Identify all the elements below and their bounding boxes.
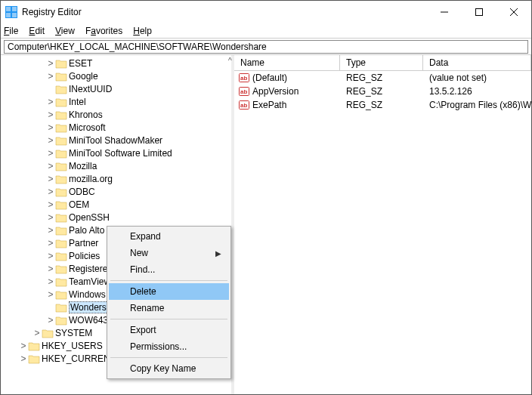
folder-icon (55, 238, 67, 248)
tree-toggle-icon[interactable]: > (46, 238, 55, 248)
svg-rect-5 (476, 9, 483, 16)
tree-item-label: Partner (69, 238, 98, 248)
tree-item[interactable]: >Google (1, 69, 231, 82)
tree-item[interactable]: >mozilla.org (1, 172, 231, 185)
folder-icon (55, 302, 67, 313)
tree-toggle-icon[interactable]: > (46, 251, 55, 261)
value-row[interactable]: abExePathREG_SZC:\Program Files (x86)\Wo… (234, 98, 531, 112)
value-row[interactable]: abAppVersionREG_SZ13.5.2.126 (234, 85, 531, 98)
tree-item[interactable]: >OEM (1, 198, 231, 211)
tree-item[interactable]: >ODBC (1, 185, 231, 198)
context-menu-export[interactable]: Export (109, 322, 229, 338)
chevron-right-icon: ▶ (215, 249, 221, 258)
folder-icon (55, 315, 67, 326)
tree-toggle-icon[interactable]: > (46, 71, 55, 82)
tree-item-label: Windows (69, 289, 106, 300)
menu-help[interactable]: Help (133, 26, 152, 36)
tree-toggle-icon[interactable]: > (19, 341, 28, 351)
values-header: Name Type Data (234, 55, 531, 71)
tree-item[interactable]: >ESET (1, 57, 231, 69)
tree-item[interactable]: >OpenSSH (1, 211, 231, 224)
values-pane[interactable]: Name Type Data ab(Default)REG_SZ(value n… (234, 55, 531, 394)
tree-toggle-icon[interactable]: > (46, 289, 55, 300)
menu-separator (110, 319, 227, 319)
tree-item-label: Khronos (69, 110, 103, 120)
svg-text:ab: ab (240, 102, 247, 109)
value-data: 13.5.2.126 (423, 86, 531, 97)
folder-icon (55, 225, 67, 236)
menu-favorites[interactable]: Favorites (85, 26, 122, 36)
tree-item[interactable]: >Khronos (1, 108, 231, 121)
maximize-button[interactable] (462, 1, 496, 23)
value-row[interactable]: ab(Default)REG_SZ(value not set) (234, 71, 531, 85)
folder-icon (55, 110, 67, 120)
context-menu-copy-key-name[interactable]: Copy Key Name (109, 360, 229, 377)
menu-file[interactable]: File (4, 26, 18, 36)
tree-item[interactable]: INextUUID (1, 82, 231, 95)
tree-item-label: Mozilla (69, 161, 97, 171)
tree-item[interactable]: >Microsoft (1, 121, 231, 134)
context-menu-expand[interactable]: Expand (109, 228, 229, 245)
window-title: Registry Editor (22, 7, 427, 17)
svg-text:ab: ab (240, 88, 247, 95)
tree-toggle-icon[interactable]: > (46, 212, 55, 223)
tree-toggle-icon[interactable]: > (46, 148, 55, 159)
value-type: REG_SZ (340, 73, 423, 83)
title-bar: Registry Editor (1, 1, 531, 23)
tree-item-label: Intel (69, 97, 86, 107)
tree-toggle-icon[interactable]: > (46, 315, 55, 326)
tree-toggle-icon[interactable]: > (46, 110, 55, 120)
folder-icon (55, 58, 67, 69)
menu-edit[interactable]: Edit (29, 26, 45, 36)
folder-icon (55, 276, 67, 287)
value-name: (Default) (252, 73, 287, 83)
context-menu-delete[interactable]: Delete (109, 283, 229, 300)
tree-item-label: OEM (69, 199, 89, 210)
column-header-data[interactable]: Data (423, 55, 531, 70)
column-header-name[interactable]: Name (234, 55, 340, 70)
tree-toggle-icon[interactable]: > (46, 58, 55, 69)
tree-item-label: mozilla.org (69, 174, 113, 184)
context-menu-new[interactable]: New▶ (109, 245, 229, 261)
value-name: ExePath (252, 100, 286, 110)
tree-toggle-icon[interactable]: > (46, 161, 55, 171)
svg-rect-2 (12, 7, 17, 11)
tree-toggle-icon[interactable]: > (46, 276, 55, 287)
tree-toggle-icon[interactable]: > (46, 225, 55, 236)
context-menu-permissions[interactable]: Permissions... (109, 338, 229, 355)
splitter[interactable] (231, 55, 234, 394)
tree-toggle-icon[interactable]: > (46, 174, 55, 184)
tree-toggle-icon[interactable]: > (32, 328, 42, 338)
tree-item-label: OpenSSH (69, 212, 110, 223)
tree-toggle-icon[interactable]: > (46, 264, 55, 274)
tree-toggle-icon[interactable]: > (46, 199, 55, 210)
context-menu-find[interactable]: Find... (109, 261, 229, 278)
folder-icon (55, 161, 67, 171)
tree-item-label: Google (69, 71, 98, 82)
folder-icon (55, 251, 67, 261)
tree-item[interactable]: >MiniTool ShadowMaker (1, 134, 231, 147)
address-input[interactable]: Computer\HKEY_LOCAL_MACHINE\SOFTWARE\Won… (4, 40, 528, 54)
menu-view[interactable]: View (55, 26, 75, 36)
column-header-type[interactable]: Type (340, 55, 423, 70)
folder-icon (42, 328, 54, 338)
tree-item[interactable]: >Intel (1, 95, 231, 108)
tree-toggle-icon[interactable]: > (46, 97, 55, 107)
close-button[interactable] (496, 1, 531, 23)
string-value-icon: ab (239, 100, 249, 110)
tree-toggle-icon[interactable]: > (46, 187, 55, 197)
folder-icon (55, 122, 67, 133)
menu-bar: File Edit View Favorites Help (1, 23, 531, 39)
tree-toggle-icon[interactable]: > (46, 122, 55, 133)
tree-item[interactable]: >Mozilla (1, 159, 231, 172)
string-value-icon: ab (239, 73, 249, 83)
minimize-button[interactable] (427, 1, 462, 23)
context-menu-rename[interactable]: Rename (109, 300, 229, 316)
tree-toggle-icon[interactable]: > (19, 353, 28, 364)
folder-icon (55, 187, 67, 197)
tree-toggle-icon[interactable]: > (46, 135, 55, 146)
tree-item[interactable]: >MiniTool Software Limited (1, 147, 231, 159)
folder-icon (55, 71, 67, 82)
value-type: REG_SZ (340, 86, 423, 97)
folder-icon (28, 353, 40, 364)
